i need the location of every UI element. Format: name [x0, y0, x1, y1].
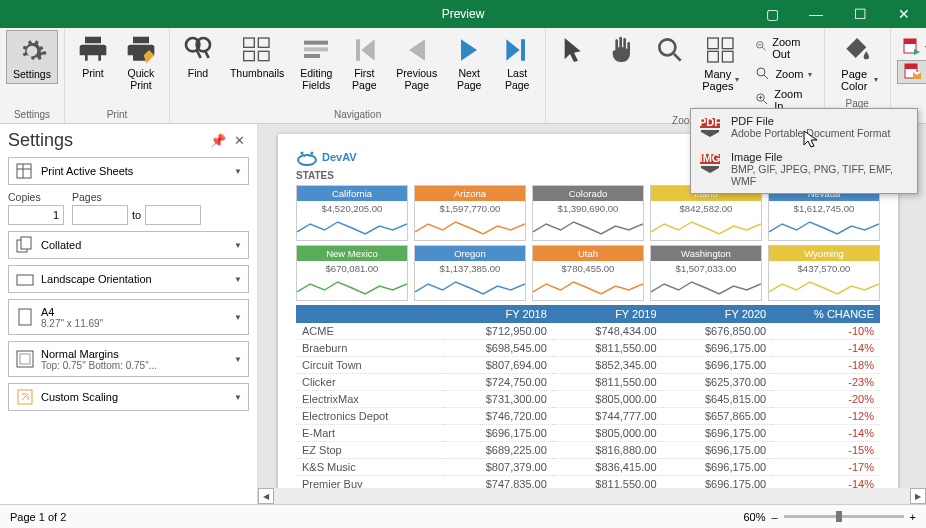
find-button[interactable]: Find: [176, 30, 220, 82]
mouse-pointer-button[interactable]: [552, 30, 596, 68]
chevron-down-icon: ▼: [234, 167, 242, 176]
settings-title: Settings: [8, 130, 73, 151]
chevron-down-icon: ▾: [735, 76, 739, 85]
title-bar: Preview ▢ — ☐ ✕: [0, 0, 926, 28]
svg-rect-25: [17, 351, 33, 367]
window-close[interactable]: ✕: [882, 0, 926, 28]
zoom-plus-button[interactable]: +: [910, 511, 916, 523]
svg-rect-2: [244, 38, 255, 47]
brand-logo: DevAV: [296, 148, 357, 166]
pages-to-input[interactable]: [145, 205, 201, 225]
previous-page-button[interactable]: Previous Page: [390, 30, 443, 93]
svg-point-9: [660, 39, 676, 55]
sheets-icon: [15, 161, 35, 181]
chevron-down-icon: ▼: [234, 313, 242, 322]
quick-print-button[interactable]: Quick Print: [119, 30, 163, 93]
settings-button[interactable]: Settings: [6, 30, 58, 84]
status-bar: Page 1 of 2 60% – +: [0, 504, 926, 528]
settings-panel: Settings 📌✕ Print Active Sheets ▼ Copies…: [0, 124, 258, 504]
export-top-button[interactable]: ▾: [897, 36, 926, 58]
table-row: K&S Music$807,379.00$836,415.00$696,175.…: [296, 459, 880, 476]
svg-point-15: [757, 68, 765, 76]
ribbon-display-options[interactable]: ▢: [750, 0, 794, 28]
svg-rect-3: [258, 38, 269, 47]
zoom-out-button[interactable]: Zoom Out: [749, 34, 817, 62]
export-image-item[interactable]: IMG Image FileBMP, GIF, JPEG, PNG, TIFF,…: [691, 145, 917, 193]
copies-input[interactable]: [8, 205, 64, 225]
chevron-down-icon: ▾: [874, 76, 878, 85]
pages-from-input[interactable]: [72, 205, 128, 225]
state-card: Utah$780,455.00: [532, 245, 644, 301]
landscape-icon: [15, 269, 35, 289]
chevron-down-icon: ▼: [234, 241, 242, 250]
svg-rect-10: [707, 38, 718, 49]
close-panel-icon[interactable]: ✕: [230, 133, 249, 148]
page-color-button[interactable]: Page Color▾: [831, 30, 884, 94]
orientation-combo[interactable]: Landscape Orientation▼: [8, 265, 249, 293]
first-page-button[interactable]: First Page: [342, 30, 386, 93]
svg-rect-8: [304, 54, 320, 58]
svg-rect-12: [707, 51, 718, 62]
paper-size-combo[interactable]: A48.27" x 11.69"▼: [8, 299, 249, 335]
svg-rect-4: [244, 51, 255, 60]
zoom-slider[interactable]: [784, 515, 904, 518]
state-card: New Mexico$670,081.00: [296, 245, 408, 301]
state-card: Wyoming$437,570.00: [768, 245, 880, 301]
table-row: Braeburn$698,545.00$811,550.00$696,175.0…: [296, 340, 880, 357]
svg-text:PDF: PDF: [699, 116, 721, 128]
zoom-minus-button[interactable]: –: [771, 511, 777, 523]
scaling-combo[interactable]: Custom Scaling▼: [8, 383, 249, 411]
print-button[interactable]: Print: [71, 30, 115, 82]
svg-text:IMG: IMG: [700, 152, 721, 164]
magnifier-button[interactable]: [648, 30, 692, 68]
collated-combo[interactable]: Collated▼: [8, 231, 249, 259]
paper-icon: [15, 307, 35, 327]
window-minimize[interactable]: —: [794, 0, 838, 28]
state-card: California$4,520,205.00: [296, 185, 408, 241]
pdf-icon: PDF: [699, 115, 723, 139]
pin-icon[interactable]: 📌: [206, 133, 230, 148]
export-menu: PDF PDF FileAdobe Portable Document Form…: [690, 108, 918, 194]
editing-fields-button[interactable]: Editing Fields: [294, 30, 338, 93]
state-card: Washington$1,507,033.00: [650, 245, 762, 301]
table-row: EZ Stop$689,225.00$816,880.00$696,175.00…: [296, 442, 880, 459]
table-row: ACME$712,950.00$748,434.00$676,850.00-10…: [296, 323, 880, 340]
collated-icon: [15, 235, 35, 255]
horizontal-scrollbar[interactable]: ◀▶: [258, 488, 926, 504]
svg-rect-6: [304, 41, 328, 45]
export-bottom-button[interactable]: ▾: [897, 60, 926, 84]
zoom-value: 60%: [743, 511, 765, 523]
window-title: Preview: [442, 7, 485, 21]
scroll-left[interactable]: ◀: [258, 488, 274, 504]
table-row: Clicker$724,750.00$811,550.00$625,370.00…: [296, 374, 880, 391]
chevron-down-icon: ▼: [234, 275, 242, 284]
table-row: Circuit Town$807,694.00$852,345.00$696,1…: [296, 357, 880, 374]
img-icon: IMG: [699, 151, 723, 175]
hand-tool-button[interactable]: [600, 30, 644, 68]
thumbnails-button[interactable]: Thumbnails: [224, 30, 290, 82]
table-row: ElectrixMax$731,300.00$805,000.00$645,81…: [296, 391, 880, 408]
chevron-down-icon: ▾: [808, 70, 812, 79]
margins-icon: [15, 349, 35, 369]
export-pdf-item[interactable]: PDF PDF FileAdobe Portable Document Form…: [691, 109, 917, 145]
page-indicator: Page 1 of 2: [10, 511, 66, 523]
state-card: Arizona$1,597,770.00: [414, 185, 526, 241]
chevron-down-icon: ▼: [234, 355, 242, 364]
margins-combo[interactable]: Normal MarginsTop: 0.75" Bottom: 0.75"..…: [8, 341, 249, 377]
window-maximize[interactable]: ☐: [838, 0, 882, 28]
scaling-icon: [15, 387, 35, 407]
many-pages-button[interactable]: Many Pages▾: [696, 30, 745, 94]
last-page-button[interactable]: Last Page: [495, 30, 539, 93]
svg-rect-23: [17, 275, 33, 285]
zoom-button[interactable]: Zoom▾: [749, 64, 817, 84]
scroll-right[interactable]: ▶: [910, 488, 926, 504]
print-area-combo[interactable]: Print Active Sheets ▼: [8, 157, 249, 185]
group-print: Print Quick Print Print: [65, 28, 170, 123]
logo-icon: [296, 148, 318, 166]
group-navigation: Find Thumbnails Editing Fields First Pag…: [170, 28, 546, 123]
next-page-button[interactable]: Next Page: [447, 30, 491, 93]
export-icon: [903, 38, 921, 56]
svg-point-28: [298, 155, 316, 165]
svg-rect-11: [722, 38, 733, 49]
chevron-down-icon: ▼: [234, 393, 242, 402]
